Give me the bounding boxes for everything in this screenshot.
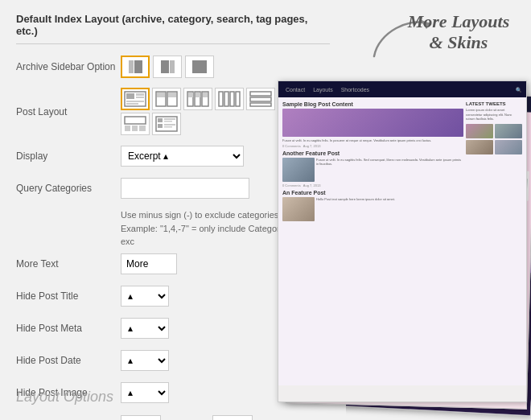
front-post3-text: Hello Post text sample here lorem ipsum … <box>316 197 395 221</box>
more-layouts-line2: & Skins <box>430 32 488 52</box>
panel-title: Default Index Layout (archive, category,… <box>16 13 330 44</box>
svg-rect-13 <box>188 93 193 97</box>
svg-rect-8 <box>157 93 165 97</box>
archive-sidebar-options <box>121 56 214 78</box>
svg-rect-16 <box>219 92 223 106</box>
front-post2-text: Fusce ut velit. In eu sagittis felis. Se… <box>316 158 463 182</box>
svg-rect-9 <box>168 93 176 97</box>
svg-rect-26 <box>125 117 146 124</box>
front-sidebar-img-4 <box>495 140 522 154</box>
front-layout: Sample Blog Post Content Fusce ut velit.… <box>282 101 522 223</box>
front-main: Sample Blog Post Content Fusce ut velit.… <box>282 101 463 223</box>
front-post1-img <box>282 109 463 137</box>
front-sidebar-img-2 <box>495 124 522 138</box>
svg-rect-5 <box>126 103 138 105</box>
svg-rect-28 <box>132 126 138 131</box>
hide-post-date-select[interactable]: ▴YesNo <box>121 350 169 371</box>
svg-rect-31 <box>158 118 163 122</box>
preview-card-front: Contact Layouts Shortcodes 🔍 Sample Blog… <box>278 80 527 402</box>
sidebar-right-option[interactable] <box>153 56 182 78</box>
svg-rect-1 <box>126 93 134 99</box>
display-content: Excerpt ▴ Full Post Excerpt No Read More <box>121 146 244 167</box>
front-nav-2: Layouts <box>311 86 335 93</box>
svg-rect-3 <box>136 97 144 98</box>
more-text-label: More Text <box>16 258 121 270</box>
layout-alt[interactable] <box>121 113 150 135</box>
front-post2-title: Another Feature Post <box>282 150 463 156</box>
image-size-content: width (px) height (px) <box>121 415 304 420</box>
preview-stack: Contact Layouts Shortcodes ■ ■ ■ Wigi Ju… <box>282 80 531 418</box>
more-text-content <box>121 253 177 274</box>
front-post3-img <box>282 197 315 221</box>
svg-rect-18 <box>230 92 234 106</box>
front-search: 🔍 <box>516 87 521 93</box>
mini-header-front: Contact Layouts Shortcodes 🔍 <box>278 81 526 97</box>
front-nav-1: Contact <box>283 86 307 93</box>
layout-3col[interactable] <box>183 88 212 110</box>
sidebar-none-option[interactable] <box>185 56 214 78</box>
front-sidebar: LATEST TWEETS Lorem ipsum dolor sit amet… <box>466 101 522 223</box>
front-post2-img <box>282 158 315 182</box>
svg-rect-17 <box>224 92 228 106</box>
front-post2-meta: 0 Comments Aug 7, 2013 <box>282 183 463 187</box>
front-post2-row: Fusce ut velit. In eu sagittis felis. Se… <box>282 158 463 182</box>
svg-rect-29 <box>139 126 146 131</box>
svg-rect-14 <box>196 93 200 97</box>
layout-thumb[interactable] <box>152 113 181 135</box>
svg-rect-32 <box>164 118 175 120</box>
hide-post-date-label: Hide Post Date <box>16 355 121 366</box>
svg-rect-35 <box>164 124 175 126</box>
layout-list[interactable] <box>246 88 275 110</box>
front-sidebar-grid <box>466 124 522 154</box>
svg-rect-20 <box>250 92 271 96</box>
archive-sidebar-label: Archive Sidebar Option <box>16 61 121 72</box>
svg-rect-34 <box>158 124 163 128</box>
hide-post-image-select[interactable]: ▴YesNo <box>121 382 169 403</box>
hide-post-meta-select[interactable]: ▴YesNo <box>121 318 169 339</box>
query-categories-label: Query Categories <box>16 183 121 194</box>
hide-post-image-content: ▴YesNo <box>121 382 169 403</box>
hide-post-meta-label: Hide Post Meta <box>16 323 121 334</box>
hide-post-title-select[interactable]: ▴YesNo <box>121 286 169 307</box>
front-sidebar-img-3 <box>466 140 493 154</box>
front-sidebar-tweets: Lorem ipsum dolor sit amet consectetur a… <box>466 108 522 121</box>
svg-rect-36 <box>164 126 172 128</box>
more-layouts-text: More Layouts & Skins <box>394 11 523 54</box>
sidebar-left-option[interactable] <box>121 56 150 78</box>
svg-rect-33 <box>164 121 172 122</box>
archive-sidebar-row: Archive Sidebar Option <box>16 56 330 78</box>
more-layouts-line1: More Layouts <box>408 11 510 31</box>
display-label: Display <box>16 150 121 162</box>
more-text-input[interactable] <box>121 253 177 274</box>
layout-options-label: Layout Options <box>16 389 113 406</box>
front-post1-title: Sample Blog Post Content <box>282 101 463 107</box>
svg-rect-2 <box>136 93 144 96</box>
hide-post-date-content: ▴YesNo <box>121 350 169 371</box>
query-categories-input[interactable] <box>121 178 249 199</box>
svg-rect-22 <box>250 103 271 106</box>
hide-post-title-content: ▴YesNo <box>121 286 169 307</box>
front-sidebar-title: LATEST TWEETS <box>466 101 522 106</box>
layout-4col[interactable] <box>215 88 244 110</box>
front-post3-title: An Feature Post <box>282 190 463 196</box>
display-select[interactable]: Excerpt ▴ Full Post Excerpt No Read More <box>121 146 244 167</box>
layout-single[interactable] <box>121 88 150 110</box>
svg-rect-19 <box>236 92 240 106</box>
svg-rect-15 <box>203 93 208 97</box>
post-layout-label: Post Layout <box>16 106 121 117</box>
svg-rect-21 <box>250 97 271 101</box>
front-body: Sample Blog Post Content Fusce ut velit.… <box>278 97 526 385</box>
query-categories-content <box>121 178 249 199</box>
svg-rect-4 <box>126 101 144 102</box>
main-container: Default Index Layout (archive, category,… <box>0 0 531 420</box>
front-post1-meta: 0 Comments Aug 7, 2013 <box>282 144 463 148</box>
front-post1-text: Fusce ut velit. In eu sagittis felis. In… <box>282 138 463 142</box>
image-width-input[interactable] <box>121 415 161 420</box>
front-sidebar-img-1 <box>466 124 493 138</box>
hide-post-meta-content: ▴YesNo <box>121 318 169 339</box>
layout-2col[interactable] <box>152 88 181 110</box>
front-nav-3: Shortcodes <box>339 86 372 93</box>
image-height-input[interactable] <box>212 415 253 420</box>
image-size-row: Image size width (px) height (px) <box>16 414 330 420</box>
hide-post-title-label: Hide Post Title <box>16 290 121 302</box>
